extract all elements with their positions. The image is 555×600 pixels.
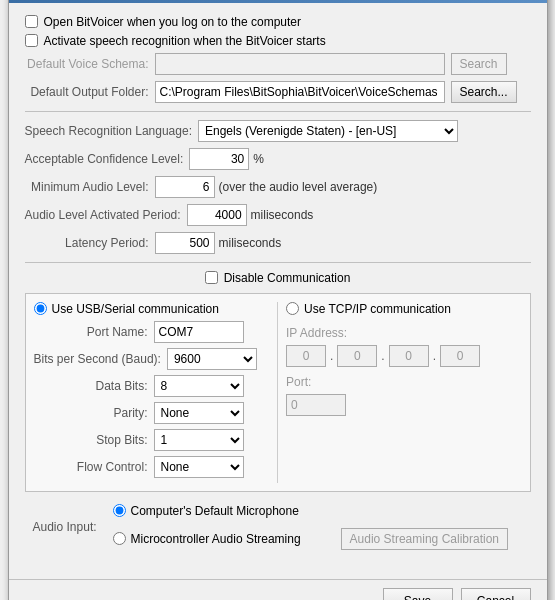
latency-unit: miliseconds <box>219 236 282 250</box>
flow-row: Flow Control: None <box>34 456 270 478</box>
tcp-radio-row: Use TCP/IP communication <box>286 302 522 316</box>
activate-speech-row: Activate speech recognition when the Bit… <box>25 34 531 48</box>
disable-comm-checkbox[interactable] <box>205 271 218 284</box>
audio-input-row: Audio Input: Computer's Default Micropho… <box>33 504 523 550</box>
port-name-label: Port Name: <box>34 325 154 339</box>
ip-label-row: IP Address: <box>286 326 522 340</box>
tcp-section: Use TCP/IP communication IP Address: . .… <box>286 302 522 483</box>
audio-options: Computer's Default Microphone Microcontr… <box>113 504 509 550</box>
voice-schema-row: Default Voice Schema: Search <box>25 53 531 75</box>
default-mic-row: Computer's Default Microphone <box>113 504 509 518</box>
latency-input[interactable] <box>155 232 215 254</box>
baud-label: Bits per Second (Baud): <box>34 352 167 366</box>
micro-radio-row: Microcontroller Audio Streaming <box>113 532 301 546</box>
latency-row: Latency Period: miliseconds <box>25 232 531 254</box>
micro-radio[interactable] <box>113 532 126 545</box>
output-folder-row: Default Output Folder: Search... <box>25 81 531 103</box>
open-logon-label: Open BitVoicer when you log on to the co… <box>44 15 302 29</box>
audio-period-label: Audio Level Activated Period: <box>25 208 187 222</box>
confidence-unit: % <box>253 152 264 166</box>
confidence-label: Acceptable Confidence Level: <box>25 152 190 166</box>
usb-label: Use USB/Serial communication <box>52 302 219 316</box>
baud-select[interactable]: 9600 <box>167 348 257 370</box>
open-logon-row: Open BitVoicer when you log on to the co… <box>25 15 531 29</box>
databits-select[interactable]: 8 <box>154 375 244 397</box>
usb-section: Use USB/Serial communication Port Name: … <box>34 302 270 483</box>
open-logon-checkbox[interactable] <box>25 15 38 28</box>
min-audio-row: Minimum Audio Level: (over the audio lev… <box>25 176 531 198</box>
micro-row: Microcontroller Audio Streaming Audio St… <box>113 528 509 550</box>
default-mic-radio[interactable] <box>113 504 126 517</box>
audio-period-input[interactable] <box>187 204 247 226</box>
baud-row: Bits per Second (Baud): 9600 <box>34 348 270 370</box>
parity-label: Parity: <box>34 406 154 420</box>
language-row: Speech Recognition Language: Engels (Ver… <box>25 120 531 142</box>
language-label: Speech Recognition Language: <box>25 124 198 138</box>
activate-speech-label: Activate speech recognition when the Bit… <box>44 34 326 48</box>
footer: Save Cancel <box>9 579 547 601</box>
port-section: Port: <box>286 375 522 416</box>
usb-radio-row: Use USB/Serial communication <box>34 302 270 316</box>
audio-period-unit: miliseconds <box>251 208 314 222</box>
port-name-row: Port Name: <box>34 321 270 343</box>
flow-label: Flow Control: <box>34 460 154 474</box>
divider1 <box>25 111 531 112</box>
confidence-input[interactable] <box>189 148 249 170</box>
cancel-button[interactable]: Cancel <box>461 588 531 601</box>
parity-row: Parity: None <box>34 402 270 424</box>
audio-section: Audio Input: Computer's Default Micropho… <box>25 500 531 559</box>
calibration-button: Audio Streaming Calibration <box>341 528 508 550</box>
audio-input-label: Audio Input: <box>33 520 113 534</box>
preferences-dialog: Preferences ✕ Open BitVoicer when you lo… <box>8 0 548 600</box>
ip-inputs-row: . . . <box>286 345 522 367</box>
confidence-row: Acceptable Confidence Level: % <box>25 148 531 170</box>
divider2 <box>25 262 531 263</box>
audio-period-row: Audio Level Activated Period: milisecond… <box>25 204 531 226</box>
comm-divider <box>277 302 278 483</box>
stopbits-row: Stop Bits: 1 <box>34 429 270 451</box>
parity-select[interactable]: None <box>154 402 244 424</box>
dialog-content: Open BitVoicer when you log on to the co… <box>9 3 547 579</box>
default-mic-label: Computer's Default Microphone <box>131 504 299 518</box>
voice-schema-input <box>155 53 445 75</box>
ip4-input <box>440 345 480 367</box>
ip-label: IP Address: <box>286 326 347 340</box>
output-folder-input[interactable] <box>155 81 445 103</box>
min-audio-unit: (over the audio level average) <box>219 180 378 194</box>
disable-comm-label: Disable Communication <box>224 271 351 285</box>
flow-select[interactable]: None <box>154 456 244 478</box>
port-name-input[interactable] <box>154 321 244 343</box>
usb-radio[interactable] <box>34 302 47 315</box>
port-input <box>286 394 346 416</box>
output-folder-label: Default Output Folder: <box>25 85 155 99</box>
port-label: Port: <box>286 375 311 389</box>
port-label-row: Port: <box>286 375 522 389</box>
min-audio-input[interactable] <box>155 176 215 198</box>
min-audio-label: Minimum Audio Level: <box>25 180 155 194</box>
tcp-radio[interactable] <box>286 302 299 315</box>
stopbits-label: Stop Bits: <box>34 433 154 447</box>
ip3-input <box>389 345 429 367</box>
micro-label: Microcontroller Audio Streaming <box>131 532 301 546</box>
latency-label: Latency Period: <box>25 236 155 250</box>
save-button[interactable]: Save <box>383 588 453 601</box>
disable-comm-row: Disable Communication <box>25 271 531 285</box>
ip2-input <box>337 345 377 367</box>
ip-section: IP Address: . . . Port: <box>286 326 522 416</box>
databits-label: Data Bits: <box>34 379 154 393</box>
tcp-label: Use TCP/IP communication <box>304 302 451 316</box>
databits-row: Data Bits: 8 <box>34 375 270 397</box>
language-select[interactable]: Engels (Verenigde Staten) - [en-US] <box>198 120 458 142</box>
ip1-input <box>286 345 326 367</box>
voice-schema-search-button: Search <box>451 53 507 75</box>
activate-speech-checkbox[interactable] <box>25 34 38 47</box>
voice-schema-label: Default Voice Schema: <box>25 57 155 71</box>
stopbits-select[interactable]: 1 <box>154 429 244 451</box>
output-folder-search-button[interactable]: Search... <box>451 81 517 103</box>
